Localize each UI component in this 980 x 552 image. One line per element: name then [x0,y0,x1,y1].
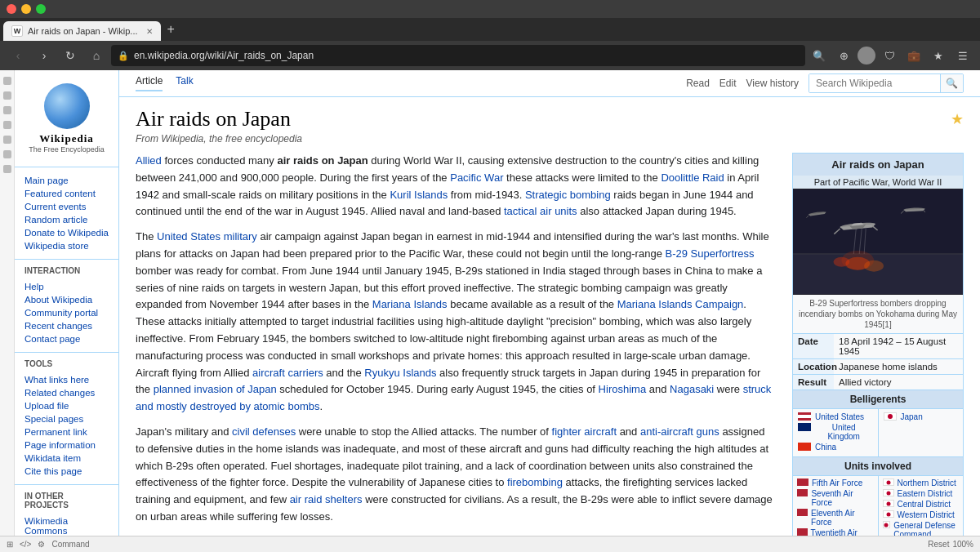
panel-icon-5[interactable] [3,136,11,144]
sidebar-link-current-events[interactable]: Current events [15,200,118,213]
link-pacific-war[interactable]: Pacific War [450,171,503,184]
link-allied[interactable]: Allied [136,154,162,167]
link-firebombing[interactable]: firebombing [507,476,563,488]
action-view-history[interactable]: View history [746,78,799,89]
wiki-search-button[interactable]: 🔍 [940,74,963,92]
tab-article[interactable]: Article [136,75,163,91]
link-tactical-air[interactable]: tactical air units [504,205,577,217]
sidebar-link-contact[interactable]: Contact page [15,332,118,345]
sidebar-link-about[interactable]: About Wikipedia [15,293,118,306]
link-mariana-campaign[interactable]: Mariana Islands Campaign [617,298,744,310]
tab-close-button[interactable]: ✕ [146,27,153,36]
unit-flag-j1 [883,479,894,486]
link-anti-aircraft[interactable]: anti-aircraft guns [640,425,719,438]
statusbar-reset[interactable]: Reset [928,540,949,549]
link-hiroshima[interactable]: Hiroshima [599,383,647,395]
forward-button[interactable]: › [33,44,56,67]
menu-button[interactable]: ☰ [952,45,973,66]
link-civil-defenses[interactable]: civil defenses [232,425,296,438]
link-doolittle-raid[interactable]: Doolittle Raid [661,171,724,184]
bookmarks-button[interactable]: ★ [928,45,949,66]
link-air-raid-shelters[interactable]: air raid shelters [290,493,363,505]
sidebar-link-main-page[interactable]: Main page [15,174,118,187]
sidebar-link-featured[interactable]: Featured content [15,187,118,200]
link-strategic-bombing[interactable]: Strategic bombing [525,189,611,201]
tab-talk[interactable]: Talk [176,75,193,91]
link-twentieth-af[interactable]: Twentieth Air Force [811,528,874,536]
sidebar-link-what-links[interactable]: What links here [15,373,118,386]
home-button[interactable]: ⌂ [85,44,108,67]
panel-icon-1[interactable] [3,77,11,85]
sidebar-link-help[interactable]: Help [15,280,118,293]
sidebar-link-wikimedia[interactable]: Wikimedia Commons [15,514,118,536]
link-gen-defense[interactable]: General Defense Command [893,521,959,536]
unit-northern: Northern District [883,479,960,487]
link-japan[interactable]: Japan [901,412,923,421]
link-uk[interactable]: United Kingdom [815,423,873,441]
link-eastern[interactable]: Eastern District [898,489,953,498]
sidebar-link-upload[interactable]: Upload file [15,399,118,412]
sidebar-tools-heading: Tools [15,356,118,370]
sidebar-link-page-info[interactable]: Page information [15,438,118,452]
link-nagasaki[interactable]: Nagasaki [670,383,714,395]
link-mariana-islands[interactable]: Mariana Islands [372,298,448,310]
link-aircraft-carriers[interactable]: aircraft carriers [252,367,323,379]
statusbar-icon-1[interactable]: ⊞ [7,540,13,549]
minimize-button[interactable] [21,4,31,14]
statusbar-icon-2[interactable]: </> [20,540,31,549]
sidebar-link-special[interactable]: Special pages [15,412,118,425]
panel-icon-4[interactable] [3,121,11,129]
panel-icon-6[interactable] [3,150,11,158]
link-northern[interactable]: Northern District [898,479,956,487]
link-seventh-af[interactable]: Seventh Air Force [811,489,873,507]
link-kuril-islands[interactable]: Kuril Islands [390,189,448,201]
reload-button[interactable]: ↻ [59,44,82,67]
link-us[interactable]: United States [815,412,864,421]
panel-icon-3[interactable] [3,106,11,114]
sidebar-link-wikidata[interactable]: Wikidata item [15,452,118,465]
link-china[interactable]: China [815,443,836,452]
link-planned-invasion[interactable]: planned invasion of Japan [154,383,277,395]
back-button[interactable]: ‹ [7,44,29,67]
extensions-button[interactable]: ⊕ [833,45,854,66]
unit-flag-4 [797,528,808,536]
star-icon[interactable]: ★ [951,110,964,128]
link-western[interactable]: Western District [898,510,955,519]
link-central[interactable]: Central District [898,500,951,509]
sidebar-link-permalink[interactable]: Permanent link [15,425,118,438]
infobox-image [793,189,963,295]
new-tab-button[interactable]: + [161,22,181,37]
sidebar-link-recent[interactable]: Recent changes [15,319,118,332]
statusbar-icon-3[interactable]: ⚙ [38,540,45,549]
traffic-lights [7,4,46,14]
infobox-units-allied: Fifth Air Force Seventh Air Force Eleven… [793,476,878,536]
link-ryukyu[interactable]: Ryukyu Islands [364,367,436,379]
sidebar-link-related[interactable]: Related changes [15,386,118,399]
wiki-search-input[interactable] [809,74,940,92]
link-fifth-af[interactable]: Fifth Air Force [812,479,862,487]
link-b29[interactable]: B-29 Superfortress [665,247,754,260]
infobox-title: Air raids on Japan [793,154,963,176]
sidebar-link-random[interactable]: Random article [15,213,118,226]
maximize-button[interactable] [36,4,46,14]
close-button[interactable] [7,4,16,14]
unit-flag-3 [797,509,808,516]
panel-icon-7[interactable] [3,165,11,173]
action-read[interactable]: Read [686,78,710,89]
sidebar-link-cite[interactable]: Cite this page [15,465,118,478]
search-engine-button[interactable]: 🔍 [808,45,830,66]
sidebar-link-donate[interactable]: Donate to Wikipedia [15,226,118,239]
page-title: Air raids on Japan [136,107,291,131]
wallet-button[interactable]: 💼 [903,45,924,66]
link-us-military[interactable]: United States military [157,230,257,243]
profile-avatar[interactable] [858,47,875,65]
link-fighter-aircraft[interactable]: fighter aircraft [552,425,617,438]
address-bar[interactable] [134,50,799,61]
panel-icon-2[interactable] [3,91,11,100]
action-edit[interactable]: Edit [719,78,737,89]
sidebar-link-community[interactable]: Community portal [15,306,118,319]
shields-button[interactable]: 🛡 [879,45,900,66]
link-eleventh-af[interactable]: Eleventh Air Force [811,509,873,527]
browser-tab-active[interactable]: W Air raids on Japan - Wikip... ✕ [3,21,161,41]
sidebar-link-store[interactable]: Wikipedia store [15,239,118,252]
